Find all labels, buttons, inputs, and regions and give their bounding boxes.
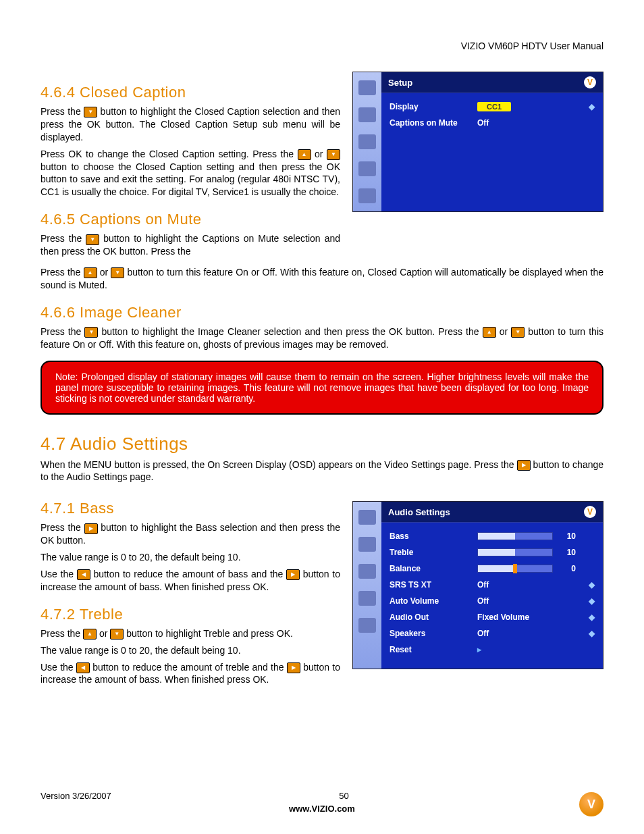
text: Press the (41, 522, 84, 533)
heading-466: 4.6.6 Image Cleaner (41, 304, 603, 321)
text: or (315, 149, 327, 159)
heading-472: 4.7.2 Treble (41, 606, 340, 623)
diamond-icon: ◆ (589, 613, 595, 622)
osd-value: 10 (558, 548, 576, 557)
heading-465: 4.6.5 Captions on Mute (41, 211, 340, 228)
osd-value: Off (477, 596, 589, 606)
down-arrow-icon: ▼ (84, 107, 97, 118)
up-arrow-icon: ▲ (84, 267, 97, 278)
osd-row: SRS TS XTOff◆ (388, 577, 596, 593)
para-472-2: The value range is 0 to 20, the default … (41, 644, 340, 657)
osd-label: Treble (390, 548, 477, 557)
audio-icon (358, 107, 376, 122)
right-arrow-icon: ▶ (286, 569, 300, 580)
osd-row: Treble10 (388, 544, 596, 561)
down-arrow-icon: ▼ (84, 327, 98, 338)
osd-sidebar (353, 72, 381, 211)
setup-icon (358, 591, 376, 606)
diamond-icon: ◆ (589, 580, 595, 590)
vizio-logo-icon: V (584, 506, 596, 518)
text: button to reduce the amount of bass and … (93, 569, 286, 579)
para-465b: Press the ▲ or ▼ button to turn this fea… (41, 266, 603, 292)
page-footer: Version 3/26/2007 50 www.VIZIO.com V (41, 791, 603, 814)
osd-label: SRS TS XT (390, 580, 477, 590)
text: button to highlight the Image Cleaner se… (101, 326, 482, 337)
down-arrow-icon: ▼ (327, 149, 340, 160)
osd-slider (477, 548, 553, 556)
osd-label: Speakers (390, 629, 477, 638)
text: button to choose the Closed Caption sett… (41, 161, 340, 198)
para-472-3: Use the ◀ button to reduce the amount of… (41, 661, 340, 687)
osd-row: Audio OutFixed Volume◆ (388, 609, 596, 625)
right-arrow-icon: ▶ (517, 460, 531, 471)
up-arrow-icon: ▲ (83, 629, 97, 640)
picture-icon (358, 510, 376, 525)
arrow-icon: ▸ (477, 645, 595, 654)
osd-label: Display (390, 102, 477, 111)
text: Use the (41, 569, 77, 579)
osd-row-captions-mute: Captions on Mute Off (388, 115, 596, 131)
para-472-1: Press the ▲ or ▼ button to highlight Tre… (41, 627, 340, 640)
text: button to highlight Treble and press OK. (126, 628, 293, 639)
osd-title: Setup (388, 78, 412, 88)
para-466: Press the ▼ button to highlight the Imag… (41, 325, 603, 351)
text: Press the (41, 326, 84, 337)
osd-value: Off (477, 580, 589, 590)
osd-sidebar (353, 502, 381, 669)
audio-icon (358, 537, 376, 552)
text: Press the (41, 267, 84, 278)
para-464-1: Press the ▼ button to highlight the Clos… (41, 105, 340, 144)
vizio-logo-icon: V (584, 76, 596, 88)
left-arrow-icon: ◀ (76, 662, 90, 673)
para-465: Press the ▼ button to highlight the Capt… (41, 232, 340, 258)
osd-row: Balance0 (388, 561, 596, 577)
down-arrow-icon: ▼ (86, 234, 99, 245)
picture-icon (358, 80, 376, 95)
lock-icon (358, 564, 376, 579)
osd-value: 0 (558, 564, 576, 573)
diamond-icon: ◆ (589, 629, 595, 638)
osd-label: Reset (390, 645, 477, 654)
text: Use the (41, 662, 76, 673)
down-arrow-icon: ▼ (511, 327, 525, 338)
heading-471: 4.7.1 Bass (41, 500, 340, 517)
text: Press OK to change the Closed Caption se… (41, 149, 298, 159)
right-arrow-icon: ▶ (287, 662, 300, 673)
exit-icon (358, 188, 376, 203)
warning-note: Note: Prolonged display of stationary im… (41, 361, 603, 415)
footer-page-number: 50 (339, 791, 348, 801)
osd-slider (477, 565, 553, 573)
footer-version: Version 3/26/2007 (41, 791, 111, 801)
osd-audio-screenshot: Audio Settings V Bass10Treble10Balance0S… (352, 501, 603, 669)
vizio-logo-icon: V (579, 792, 603, 816)
osd-value-highlight: CC1 (477, 102, 511, 111)
down-arrow-icon: ▼ (110, 629, 124, 640)
text: When the MENU button is pressed, the On … (41, 459, 517, 470)
osd-label: Audio Out (390, 613, 477, 622)
para-47: When the MENU button is pressed, the On … (41, 459, 603, 484)
text: Press the (41, 628, 83, 639)
osd-value: Fixed Volume (477, 613, 589, 622)
osd-label: Balance (390, 564, 477, 573)
right-arrow-icon: ▶ (84, 523, 98, 534)
heading-47: 4.7 Audio Settings (41, 434, 603, 454)
left-arrow-icon: ◀ (77, 569, 90, 580)
osd-title: Audio Settings (388, 507, 450, 517)
diamond-icon: ◆ (589, 596, 595, 606)
para-471-3: Use the ◀ button to reduce the amount of… (41, 568, 340, 594)
text: or (500, 326, 512, 337)
osd-row: Bass10 (388, 528, 596, 544)
text: button to reduce the amount of treble an… (92, 662, 287, 673)
osd-label: Captions on Mute (390, 118, 477, 128)
lock-icon (358, 134, 376, 149)
text: button to turn this feature On or Off. W… (41, 267, 603, 290)
osd-value: 10 (558, 531, 576, 541)
osd-value: Off (477, 118, 595, 128)
para-471-2: The value range is 0 to 20, the default … (41, 551, 340, 564)
osd-label: Auto Volume (390, 596, 477, 606)
text: or (100, 267, 111, 278)
osd-setup-screenshot: Setup V Display CC1 ◆ Captions on Mute (352, 72, 603, 212)
up-arrow-icon: ▲ (298, 149, 311, 160)
text: Press the (41, 106, 84, 117)
text: Press the (41, 233, 86, 244)
